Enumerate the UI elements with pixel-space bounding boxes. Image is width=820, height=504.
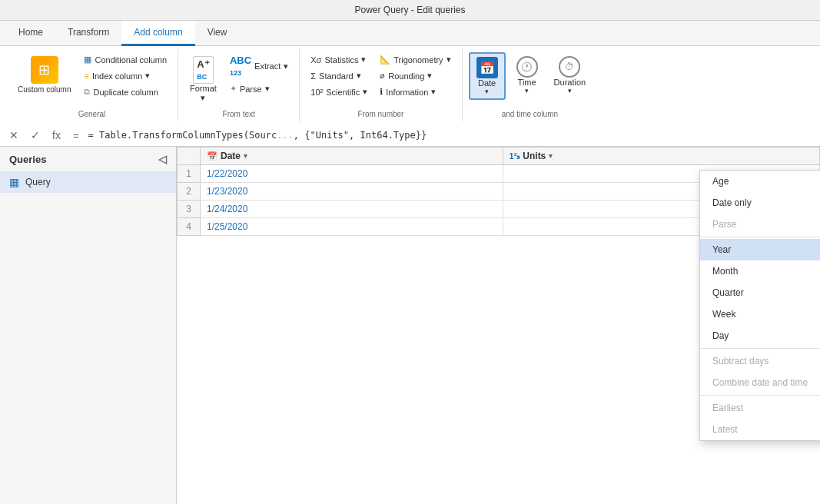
menu-item-year[interactable]: Year ▶ xyxy=(700,239,820,260)
parse-label: Parse xyxy=(240,85,262,94)
duplicate-column-button[interactable]: ⧉ Duplicate column xyxy=(79,85,171,99)
conditional-column-label: Conditional column xyxy=(95,55,167,65)
duration-dropdown[interactable]: ▾ xyxy=(568,87,572,94)
index-dropdown-icon[interactable]: ▾ xyxy=(145,71,150,81)
menu-item-latest: Latest xyxy=(700,419,820,440)
tab-home[interactable]: Home xyxy=(6,21,55,46)
format-icon: A⁺BC xyxy=(193,56,213,84)
date-icon: 📅 xyxy=(476,57,498,78)
trigonometry-label: Trigonometry xyxy=(393,55,443,65)
ribbon: ⊞ Custom column ▦ Conditional column ≡ I… xyxy=(0,46,820,124)
information-icon: ℹ xyxy=(380,87,383,97)
ribbon-group-from-number: Xσ Statistics ▾ Σ Standard ▾ 10² Scienti… xyxy=(300,49,462,121)
format-button[interactable]: A⁺BC Format ▾ xyxy=(184,52,222,107)
date-col-dropdown[interactable]: ▾ xyxy=(244,152,247,160)
from-number-label: From number xyxy=(357,107,403,118)
units-col-dropdown[interactable]: ▾ xyxy=(549,152,553,160)
menu-item-day[interactable]: Day ▶ xyxy=(700,325,820,346)
menu-item-week[interactable]: Week ▶ xyxy=(700,303,820,325)
formula-input[interactable]: = Table.TransformColumnTypes(Sourc..., {… xyxy=(88,130,814,141)
year-label: Year xyxy=(712,244,731,255)
day-label: Day xyxy=(712,330,729,341)
date-col-label: Date xyxy=(221,151,241,161)
menu-item-quarter[interactable]: Quarter ▶ xyxy=(700,282,820,303)
date-cell-1: 1/22/2020 xyxy=(201,165,503,183)
row-num-header xyxy=(178,148,201,165)
tab-view[interactable]: View xyxy=(195,21,240,46)
date-context-menu: Age Date only Parse Year ▶ Month ▶ Quart… xyxy=(699,170,820,441)
date-col-icon: 📅 xyxy=(207,151,217,161)
sidebar-item-query[interactable]: ▦ Query xyxy=(0,171,176,193)
parse-dropdown[interactable]: ▾ xyxy=(265,84,270,94)
information-dropdown[interactable]: ▾ xyxy=(431,87,436,97)
parse-icon: ✦ xyxy=(230,84,237,94)
time-button[interactable]: 🕐 Time ▾ xyxy=(509,52,546,98)
general-label: General xyxy=(78,107,106,118)
custom-column-button[interactable]: ⊞ Custom column xyxy=(12,52,76,98)
rounding-dropdown[interactable]: ▾ xyxy=(427,71,432,81)
menu-item-subtract-days: Subtract days xyxy=(700,350,820,372)
duration-label: Duration xyxy=(554,78,586,87)
from-text-label: From text xyxy=(223,107,255,118)
units-col-icon: 1²₃ xyxy=(510,151,520,161)
query-icon: ▦ xyxy=(9,176,19,188)
conditional-column-button[interactable]: ▦ Conditional column xyxy=(79,52,171,67)
duration-button[interactable]: ⏱ Duration ▾ xyxy=(549,52,592,98)
standard-button[interactable]: Σ Standard ▾ xyxy=(306,68,372,83)
menu-item-date-only[interactable]: Date only xyxy=(700,192,820,214)
index-icon: ≡ xyxy=(84,71,88,81)
menu-item-parse: Parse xyxy=(700,214,820,235)
cancel-formula-icon[interactable]: ✕ xyxy=(6,128,22,143)
information-button[interactable]: ℹ Information ▾ xyxy=(375,85,455,99)
date-button[interactable]: 📅 Date ▾ xyxy=(469,52,506,100)
standard-dropdown[interactable]: ▾ xyxy=(357,71,361,81)
menu-separator-1 xyxy=(700,237,820,237)
scientific-button[interactable]: 10² Scientific ▾ xyxy=(306,85,372,99)
row-num-1: 1 xyxy=(178,165,201,183)
menu-separator-2 xyxy=(700,348,820,349)
collapse-icon[interactable]: ◁ xyxy=(158,153,167,165)
confirm-formula-icon[interactable]: ✓ xyxy=(28,128,43,143)
date-label: Date xyxy=(478,78,496,88)
menu-item-month[interactable]: Month ▶ xyxy=(700,260,820,282)
tab-add-column[interactable]: Add column xyxy=(121,21,194,46)
scientific-label: Scientific xyxy=(326,88,360,97)
subtract-days-label: Subtract days xyxy=(712,356,769,366)
format-dropdown[interactable]: ▾ xyxy=(201,93,205,103)
ribbon-group-datetime: 📅 Date ▾ 🕐 Time ▾ ⏱ Duration ▾ and time … xyxy=(463,49,598,121)
units-column-header: 1²₃ Units ▾ xyxy=(503,148,819,165)
title-bar: Power Query - Edit queries xyxy=(0,0,820,21)
formula-bar: ✕ ✓ fx = = Table.TransformColumnTypes(So… xyxy=(0,124,820,147)
parse-button[interactable]: ✦ Parse ▾ xyxy=(225,81,293,96)
rounding-button[interactable]: ⌀ Rounding ▾ xyxy=(375,68,455,83)
extract-icon: ABC123 xyxy=(230,55,251,78)
latest-label: Latest xyxy=(712,424,738,435)
function-icon[interactable]: fx xyxy=(49,128,64,143)
date-dropdown[interactable]: ▾ xyxy=(485,88,489,95)
row-num-4: 4 xyxy=(178,218,201,236)
date-only-label: Date only xyxy=(712,197,752,208)
date-cell-4: 1/25/2020 xyxy=(201,218,503,236)
title-text: Power Query - Edit queries xyxy=(354,5,465,15)
week-label: Week xyxy=(712,309,735,320)
trig-dropdown[interactable]: ▾ xyxy=(447,55,451,65)
format-label: Format xyxy=(190,84,217,93)
index-column-button[interactable]: ≡ Index column ▾ xyxy=(79,68,171,83)
trigonometry-button[interactable]: 📐 Trigonometry ▾ xyxy=(375,52,455,67)
sidebar: Queries ◁ ▦ Query xyxy=(0,147,177,504)
menu-item-earliest: Earliest xyxy=(700,397,820,419)
formula-equals: = xyxy=(70,128,82,143)
time-label: Time xyxy=(518,78,536,87)
ribbon-group-general: ⊞ Custom column ▦ Conditional column ≡ I… xyxy=(6,49,178,121)
sidebar-header: Queries ◁ xyxy=(0,147,176,171)
scientific-dropdown[interactable]: ▾ xyxy=(363,87,367,97)
tab-transform[interactable]: Transform xyxy=(55,21,121,46)
extract-button[interactable]: ABC123 Extract ▾ xyxy=(225,52,293,80)
time-dropdown[interactable]: ▾ xyxy=(525,87,529,94)
statistics-button[interactable]: Xσ Statistics ▾ xyxy=(306,52,372,67)
age-label: Age xyxy=(712,176,729,187)
menu-item-age[interactable]: Age xyxy=(700,171,820,192)
stats-dropdown[interactable]: ▾ xyxy=(361,55,366,65)
extract-dropdown[interactable]: ▾ xyxy=(284,61,288,71)
menu-item-combine: Combine date and time xyxy=(700,372,820,393)
